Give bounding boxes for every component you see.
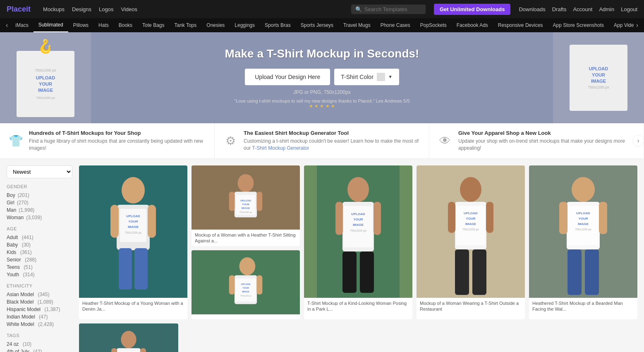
- category-item-books[interactable]: Books: [114, 18, 137, 32]
- mockup-image-3: UPLOAD YOUR IMAGE 750x1200 px: [192, 250, 300, 314]
- category-item-pillows[interactable]: Pillows: [68, 18, 93, 32]
- mockup-card-5[interactable]: UPLOAD YOUR IMAGE 750x1200 px Mockup of …: [417, 165, 525, 320]
- sliders-icon: ⚙: [223, 134, 238, 148]
- sidebar: NewestPopularOldest Gender Boy (201) Gir…: [7, 165, 79, 352]
- category-next-button[interactable]: ›: [634, 22, 641, 29]
- nav-downloads[interactable]: Downloads: [519, 6, 545, 12]
- category-items: iMacsSublimatedPillowsHatsBooksTote Bags…: [10, 18, 633, 32]
- feature-text-0: Hundreds of T-Shirt Mockups for Your Sho…: [29, 130, 206, 152]
- upload-design-button[interactable]: Upload Your Design Here: [245, 69, 330, 85]
- search-input[interactable]: [364, 6, 418, 12]
- sort-select[interactable]: NewestPopularOldest: [7, 165, 72, 178]
- mockup-card-4[interactable]: UPLOAD YOUR IMAGE 750x1200 px T-Shirt Mo…: [304, 165, 412, 320]
- mockup-image-4: UPLOAD YOUR IMAGE 750x1200 px: [304, 165, 412, 298]
- hero-tshirt-right: UPLOADYOURIMAGE 750x1200 px: [570, 45, 627, 111]
- filter-adult[interactable]: Adult (441): [7, 234, 72, 241]
- category-prev-button[interactable]: ‹: [3, 22, 10, 29]
- filter-boy-count: (201): [18, 192, 29, 198]
- filter-black[interactable]: Black Model (1,089): [7, 298, 72, 306]
- feature-title-2: Give Your Apparel Shop a New Look: [458, 130, 635, 136]
- filter-tags: Tags 24 oz (10) 4th of July (42) 5x7 (8): [7, 333, 72, 352]
- feature-item-2: 👁 Give Your Apparel Shop a New Look Upda…: [429, 123, 644, 158]
- mockup-card-6[interactable]: UPLOAD YOUR IMAGE 750x1200 px Heathered …: [529, 165, 637, 320]
- hero-quote: "Love using t-shirt mockups to sell my n…: [225, 98, 419, 103]
- nav-designs[interactable]: Designs: [72, 6, 91, 12]
- mockup-card-2[interactable]: UPLOAD YOUR IMAGE 750x1200 px Mockup of …: [192, 165, 300, 247]
- nav-drafts[interactable]: Drafts: [552, 6, 567, 12]
- hero-actions: Upload Your Design Here T-Shirt Color ▼: [225, 69, 419, 85]
- mockup-grid-row2: UPLOAD YOUR IMAGE 750x1200 px: [79, 323, 637, 352]
- category-item-tote-bags[interactable]: Tote Bags: [137, 18, 169, 32]
- filter-girl-name: Girl: [7, 200, 14, 206]
- search-bar[interactable]: 🔍: [351, 5, 426, 14]
- mockup-label-6: Heathered T-Shirt Mockup of a Bearded Ma…: [529, 298, 637, 315]
- filter-senior[interactable]: Senior (288): [7, 256, 72, 263]
- hero-left-image: 🪝 750x1200 px UPLOADYOURIMAGE 750x1200 p…: [0, 32, 91, 123]
- color-dropdown-icon: ▼: [388, 74, 393, 79]
- mockup-generator-link[interactable]: T-Shirt Mockup Generator: [252, 145, 309, 151]
- filter-kids[interactable]: Kids (361): [7, 249, 72, 256]
- svg-point-0: [122, 177, 145, 204]
- nav-logos[interactable]: Logos: [99, 6, 113, 12]
- feature-item-1: ⚙ The Easiest Shirt Mockup Generator Too…: [215, 123, 429, 158]
- mockup-image-7: UPLOAD YOUR IMAGE 750x1200 px: [79, 323, 178, 352]
- feature-text-2: Give Your Apparel Shop a New Look Update…: [458, 130, 635, 152]
- search-icon: 🔍: [355, 6, 362, 12]
- category-item-sports-bras[interactable]: Sports Bras: [260, 18, 296, 32]
- category-bar: ‹ iMacsSublimatedPillowsHatsBooksTote Ba…: [0, 18, 644, 32]
- filter-4th-july[interactable]: 4th of July (42): [7, 348, 72, 352]
- category-item-sports-jerseys[interactable]: Sports Jerseys: [296, 18, 338, 32]
- color-swatch: [377, 73, 385, 81]
- category-item-phone-cases[interactable]: Phone Cases: [376, 18, 415, 32]
- features-next-button[interactable]: ›: [632, 135, 644, 146]
- category-item-imacs[interactable]: iMacs: [10, 18, 33, 32]
- filter-boy[interactable]: Boy (201): [7, 192, 72, 199]
- category-item-travel-mugs[interactable]: Travel Mugs: [338, 18, 376, 32]
- nav-admin[interactable]: Admin: [599, 6, 614, 12]
- category-item-app-videos[interactable]: App Videos: [609, 18, 634, 32]
- mockup-card-3[interactable]: UPLOAD YOUR IMAGE 750x1200 px: [192, 250, 300, 319]
- tshirt-icon: 👕: [8, 134, 23, 148]
- get-unlimited-button[interactable]: Get Unlimited Downloads: [434, 4, 510, 15]
- nav-videos[interactable]: Videos: [121, 6, 137, 12]
- filter-man[interactable]: Man (1,998): [7, 206, 72, 214]
- nav-mockups[interactable]: Mockups: [43, 6, 65, 12]
- filter-gender: Gender Boy (201) Girl (270) Man (1,998) …: [7, 184, 72, 221]
- category-item-responsive-devices[interactable]: Responsive Devices: [493, 18, 548, 32]
- filter-woman[interactable]: Woman (3,039): [7, 214, 72, 221]
- filter-24oz[interactable]: 24 oz (10): [7, 340, 72, 348]
- category-item-popsockets[interactable]: PopSockets: [415, 18, 452, 32]
- category-item-app-store-screenshots[interactable]: App Store Screenshots: [548, 18, 609, 32]
- mockup-card-1[interactable]: UPLOAD YOUR IMAGE 750x1200 px Heather T-…: [79, 165, 187, 320]
- filter-youth[interactable]: Youth (314): [7, 271, 72, 278]
- filter-indian[interactable]: Indian Model (47): [7, 313, 72, 321]
- hero-tshirt-left: 750x1200 px UPLOADYOURIMAGE 750x1200 px: [17, 51, 74, 117]
- category-item-hats[interactable]: Hats: [93, 18, 114, 32]
- person-silhouette-1: UPLOAD YOUR IMAGE 750x1200 px: [79, 165, 187, 298]
- filter-baby[interactable]: Baby (30): [7, 241, 72, 249]
- nav-account[interactable]: Account: [573, 6, 592, 12]
- filter-hispanic[interactable]: Hispanic Model (1,387): [7, 306, 72, 313]
- filter-asian[interactable]: Asian Model (345): [7, 291, 72, 298]
- filter-girl[interactable]: Girl (270): [7, 199, 72, 206]
- logo[interactable]: Placeit: [7, 5, 31, 14]
- category-item-onesies[interactable]: Onesies: [201, 18, 230, 32]
- tshirt-color-button[interactable]: T-Shirt Color ▼: [334, 69, 399, 85]
- category-item-tank-tops[interactable]: Tank Tops: [169, 18, 201, 32]
- nav-logout[interactable]: Logout: [621, 6, 637, 12]
- svg-text:YOUR: YOUR: [128, 220, 138, 223]
- svg-rect-2: [110, 205, 119, 238]
- category-item-facebook-ads[interactable]: Facebook Ads: [452, 18, 493, 32]
- category-item-sublimated[interactable]: Sublimated: [34, 18, 68, 32]
- mockup-label-5: Mockup of a Woman Wearing a T-Shirt Outs…: [417, 298, 525, 315]
- mockup-card-7[interactable]: UPLOAD YOUR IMAGE 750x1200 px: [79, 323, 178, 352]
- hero-title: Make a T-Shirt Mockup in Seconds!: [225, 47, 419, 60]
- category-item-leggings[interactable]: Leggings: [230, 18, 260, 32]
- filter-teens[interactable]: Teens (51): [7, 263, 72, 271]
- svg-text:IMAGE: IMAGE: [128, 225, 139, 229]
- filter-boy-name: Boy: [7, 192, 15, 198]
- mockup-grid: UPLOAD YOUR IMAGE 750x1200 px Heather T-…: [79, 165, 637, 320]
- filter-white[interactable]: White Model (2,428): [7, 321, 72, 328]
- feature-text-1: The Easiest Shirt Mockup Generator Tool …: [244, 130, 421, 152]
- filter-girl-count: (270): [17, 200, 29, 206]
